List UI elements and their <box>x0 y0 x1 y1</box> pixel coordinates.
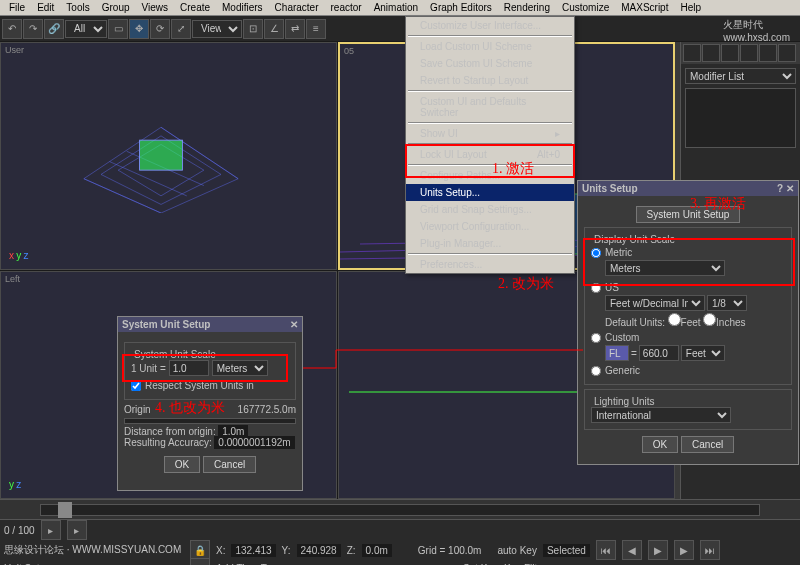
menu-views[interactable]: Views <box>137 1 174 14</box>
menu-lock-ui[interactable]: Lock UI LayoutAlt+0 <box>406 146 574 163</box>
footer-credit: 思缘设计论坛 · WWW.MISSYUAN.COM <box>4 543 184 557</box>
prev-frame-icon[interactable]: ◀ <box>622 540 642 560</box>
y-coord[interactable]: 240.928 <box>297 544 341 557</box>
hierarchy-tab-icon[interactable] <box>721 44 739 62</box>
cancel-button[interactable]: Cancel <box>681 436 734 453</box>
move-icon[interactable]: ✥ <box>129 19 149 39</box>
motion-tab-icon[interactable] <box>740 44 758 62</box>
timeline-btn-icon[interactable]: ▸ <box>41 520 61 540</box>
lock-icon[interactable]: 🔒 <box>190 540 210 560</box>
rotate-icon[interactable]: ⟳ <box>150 19 170 39</box>
menu-grid-snap[interactable]: Grid and Snap Settings... <box>406 201 574 218</box>
unit-type-select[interactable]: Meters <box>212 360 268 376</box>
ok-button[interactable]: OK <box>642 436 678 453</box>
ref-coord[interactable]: View <box>192 20 242 38</box>
menu-character[interactable]: Character <box>270 1 324 14</box>
scale-icon[interactable]: ⤢ <box>171 19 191 39</box>
lighting-select[interactable]: International <box>591 407 731 423</box>
tag-icon[interactable]: 🏷 <box>190 558 210 565</box>
dialog-titlebar[interactable]: System Unit Setup ✕ <box>118 317 302 332</box>
menu-revert-layout[interactable]: Revert to Startup Layout <box>406 72 574 89</box>
snap-icon[interactable]: ⊡ <box>243 19 263 39</box>
help-close-icons[interactable]: ? ✕ <box>777 183 794 194</box>
menu-show-ui[interactable]: Show UI▸ <box>406 125 574 142</box>
mirror-icon[interactable]: ⇄ <box>285 19 305 39</box>
custom-label: Custom <box>605 332 639 343</box>
us-frac-select[interactable]: 1/8 <box>707 295 747 311</box>
menu-modifiers[interactable]: Modifiers <box>217 1 268 14</box>
menu-plugin-manager[interactable]: Plug-in Manager... <box>406 235 574 252</box>
timeline[interactable] <box>0 500 800 520</box>
metric-radio[interactable] <box>591 248 601 258</box>
inches-radio[interactable] <box>703 313 716 326</box>
undo-icon[interactable]: ↶ <box>2 19 22 39</box>
menu-preferences[interactable]: Preferences... <box>406 256 574 273</box>
create-tab-icon[interactable] <box>683 44 701 62</box>
menu-units-setup[interactable]: Units Setup... <box>406 184 574 201</box>
link-icon[interactable]: 🔗 <box>44 19 64 39</box>
custom-radio[interactable] <box>591 333 601 343</box>
unit-value-input[interactable] <box>169 360 209 376</box>
origin-slider[interactable] <box>124 418 296 424</box>
feet-radio[interactable] <box>668 313 681 326</box>
align-icon[interactable]: ≡ <box>306 19 326 39</box>
menu-defaults-switcher[interactable]: Custom UI and Defaults Switcher <box>406 93 574 121</box>
menu-separator <box>408 164 572 166</box>
modify-tab-icon[interactable] <box>702 44 720 62</box>
custom-name-input[interactable] <box>605 345 629 361</box>
timeline-track[interactable] <box>40 504 760 516</box>
custom-val-input[interactable] <box>639 345 679 361</box>
close-icon[interactable]: ✕ <box>290 319 298 330</box>
menu-configure-paths[interactable]: Configure Paths... <box>406 167 574 184</box>
generic-radio[interactable] <box>591 366 601 376</box>
menu-separator <box>408 143 572 145</box>
svg-line-0 <box>84 179 161 213</box>
goto-start-icon[interactable]: ⏮ <box>596 540 616 560</box>
us-radio[interactable] <box>591 283 601 293</box>
redo-icon[interactable]: ↷ <box>23 19 43 39</box>
viewport-user[interactable]: User x y z <box>0 42 337 270</box>
modifier-list[interactable]: Modifier List <box>685 68 796 84</box>
goto-end-icon[interactable]: ⏭ <box>700 540 720 560</box>
next-frame-icon[interactable]: ▶ <box>674 540 694 560</box>
keymode-select[interactable]: Selected <box>543 544 590 557</box>
menu-create[interactable]: Create <box>175 1 215 14</box>
timeline-btn-icon[interactable]: ▸ <box>67 520 87 540</box>
custom-unit-select[interactable]: Feet <box>681 345 725 361</box>
modifier-stack[interactable] <box>685 88 796 148</box>
timeline-cursor[interactable] <box>58 502 72 518</box>
menu-tools[interactable]: Tools <box>61 1 94 14</box>
menu-reactor[interactable]: reactor <box>326 1 367 14</box>
grid-label: Grid = 100.0m <box>418 545 482 556</box>
cancel-button[interactable]: Cancel <box>203 456 256 473</box>
menu-group[interactable]: Group <box>97 1 135 14</box>
select-icon[interactable]: ▭ <box>108 19 128 39</box>
autokey-button[interactable]: auto Key <box>497 545 536 556</box>
menu-viewport-config[interactable]: Viewport Configuration... <box>406 218 574 235</box>
x-coord[interactable]: 132.413 <box>231 544 275 557</box>
us-unit-select[interactable]: Feet w/Decimal Inches <box>605 295 705 311</box>
menu-rendering[interactable]: Rendering <box>499 1 555 14</box>
menu-edit[interactable]: Edit <box>32 1 59 14</box>
group-title: Display Unit Scale <box>591 234 678 245</box>
menu-help[interactable]: Help <box>675 1 706 14</box>
menu-save-scheme[interactable]: Save Custom UI Scheme <box>406 55 574 72</box>
menu-customize-ui[interactable]: Customize User Interface... <box>406 17 574 34</box>
annotation-4: 4. 也改为米 <box>155 399 225 417</box>
metric-unit-select[interactable]: Meters <box>605 260 725 276</box>
dialog-titlebar[interactable]: Units Setup ? ✕ <box>578 181 798 196</box>
utilities-tab-icon[interactable] <box>778 44 796 62</box>
z-coord[interactable]: 0.0m <box>362 544 392 557</box>
menu-file[interactable]: File <box>4 1 30 14</box>
respect-checkbox[interactable] <box>131 381 141 391</box>
ok-button[interactable]: OK <box>164 456 200 473</box>
display-tab-icon[interactable] <box>759 44 777 62</box>
menu-load-scheme[interactable]: Load Custom UI Scheme <box>406 38 574 55</box>
menu-grapheditors[interactable]: Graph Editors <box>425 1 497 14</box>
menu-customize[interactable]: Customize <box>557 1 614 14</box>
menu-maxscript[interactable]: MAXScript <box>616 1 673 14</box>
angle-snap-icon[interactable]: ∠ <box>264 19 284 39</box>
selection-filter[interactable]: All <box>65 20 107 38</box>
menu-animation[interactable]: Animation <box>369 1 423 14</box>
play-icon[interactable]: ▶ <box>648 540 668 560</box>
